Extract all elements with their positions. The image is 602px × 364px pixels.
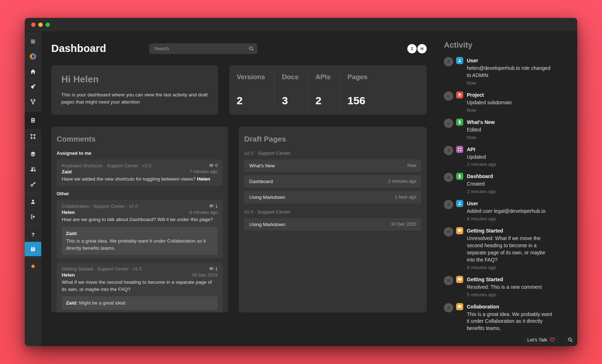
- user-icon: [456, 200, 463, 207]
- file-icon: [456, 119, 463, 126]
- comment-icon: [456, 303, 463, 310]
- sidebar-item-favorites[interactable]: ★: [25, 259, 41, 274]
- reply-author: Zaid:: [66, 300, 77, 306]
- activity-item-title: Dashboard: [467, 173, 552, 180]
- sidebar-item-launch[interactable]: [25, 79, 41, 94]
- comment-card[interactable]: Keyboard Shortcuts · Support Center · v2…: [57, 159, 223, 186]
- sidebar-item-versions[interactable]: [25, 94, 41, 109]
- activity-item-time: 2 minutes ago: [467, 189, 552, 194]
- comment-meta: Getting Started · Support Center · v1.0: [62, 266, 142, 272]
- activity-item[interactable]: Z Collaboration This is a great idea. We…: [444, 303, 563, 332]
- sidebar-item-access[interactable]: [25, 177, 41, 192]
- draft-page-row[interactable]: Using Markdown 30 Dec 2020: [244, 218, 421, 231]
- stat-versions: Versions 2: [229, 72, 274, 107]
- reply-body: Might be a great idea!: [77, 300, 125, 306]
- star-icon: ★: [30, 263, 36, 269]
- draft-page-time: 1 hour ago: [395, 195, 416, 200]
- draft-page-row[interactable]: What's New Now: [244, 159, 421, 172]
- comment-meta: Keyboard Shortcuts · Support Center · v2…: [62, 163, 151, 168]
- draft-page-title: What's New: [249, 163, 275, 168]
- activity-item-body: Added user legal@developerhub.io: [467, 208, 552, 215]
- activity-item-time: 4 minutes ago: [467, 216, 552, 221]
- sidebar-item-account[interactable]: [25, 194, 41, 209]
- activity-item[interactable]: H Getting Started Unresolved: What if we…: [444, 227, 563, 270]
- rocket-icon: [30, 84, 36, 90]
- minimize-button[interactable]: [38, 23, 43, 27]
- draft-pages-card: Draft Pages v2.0 · Support Center What's…: [239, 127, 427, 312]
- sidebar-item-project[interactable]: [25, 147, 41, 162]
- stat-label: APIs: [316, 73, 331, 81]
- draft-page-row[interactable]: Dashboard 2 minutes ago: [244, 175, 421, 188]
- activity-item-title: User: [467, 57, 552, 64]
- close-button[interactable]: [31, 23, 35, 27]
- activity-item[interactable]: Z User helen@developerhub.io role change…: [444, 57, 563, 86]
- comment-bubble-icon: [209, 267, 214, 271]
- activity-item-title: Getting Started: [467, 276, 552, 283]
- window-titlebar: [25, 18, 577, 32]
- user-icon: [456, 57, 463, 64]
- app-window: ? ★ Dashboard Z H: [25, 18, 577, 346]
- activity-item[interactable]: L Project Updated subdomain Now: [444, 91, 563, 113]
- sidebar-divider: [25, 225, 41, 226]
- sidebar-divider: [25, 193, 41, 193]
- zoom-button[interactable]: [46, 23, 50, 27]
- comment-icon: [456, 227, 463, 234]
- comment-body: Have we added the new shortcuts for togg…: [62, 176, 218, 183]
- activity-item-title: Getting Started: [467, 227, 552, 234]
- avatar: Z: [444, 200, 453, 209]
- floating-search-button[interactable]: [565, 335, 575, 344]
- layers-icon: [30, 151, 36, 157]
- comment-count: 1: [215, 267, 218, 272]
- comment-author: Helen: [62, 272, 75, 278]
- avatar[interactable]: H: [417, 44, 427, 53]
- comment-card[interactable]: Collaboration · Support Center · v2.0 1 …: [57, 200, 223, 258]
- avatar[interactable]: Z: [407, 44, 417, 53]
- comment-author: Helen: [62, 210, 75, 215]
- avatar: Z: [444, 57, 453, 66]
- sidebar-item-sign-out[interactable]: [25, 209, 41, 224]
- search-icon: [568, 337, 573, 343]
- draft-group-label: v2.0 · Support Center: [244, 150, 421, 156]
- reply-body: This is a great idea. We probably want i…: [66, 238, 206, 251]
- draft-page-time: 2 minutes ago: [388, 179, 416, 184]
- sidebar-item-docs-active[interactable]: [25, 112, 41, 129]
- stat-value: 2: [237, 95, 265, 107]
- lets-talk-button[interactable]: Let's Talk: [523, 335, 559, 344]
- sidebar-item-menu[interactable]: [25, 34, 41, 49]
- activity-item-title: API: [467, 146, 552, 153]
- layers-icon: [456, 91, 463, 99]
- avatar: Z: [444, 173, 453, 182]
- activity-item-body: Created: [467, 181, 552, 188]
- activity-item-body: This is a great idea. We probably want i…: [467, 311, 552, 332]
- draft-page-title: Using Markdown: [249, 195, 285, 200]
- activity-item[interactable]: H Getting Started Resolved: This is a ne…: [444, 276, 563, 297]
- sidebar-item-help[interactable]: ?: [25, 227, 41, 242]
- sidebar-item-whats-new-active[interactable]: [25, 242, 41, 256]
- comment-body: How are we going to talk about Dashboard…: [62, 216, 218, 223]
- activity-item[interactable]: Z User Added user legal@developerhub.io …: [444, 200, 563, 221]
- comment-card[interactable]: Getting Started · Support Center · v1.0 …: [57, 263, 223, 312]
- sidebar-item-home[interactable]: [25, 64, 41, 79]
- sidebar-item-logo[interactable]: [25, 49, 41, 64]
- activity-item-body: Updated subdomain: [467, 99, 552, 106]
- comment-time: 08 Dec 2019: [192, 273, 218, 278]
- draft-page-row[interactable]: Using Markdown 1 hour ago: [244, 191, 421, 203]
- sidebar-item-api[interactable]: [25, 129, 41, 144]
- activity-item[interactable]: Z API Updated 2 minutes ago: [444, 146, 563, 167]
- team-icon: [30, 166, 36, 172]
- comments-title: Comments: [57, 135, 223, 143]
- sidebar-divider: [25, 110, 41, 111]
- activity-item[interactable]: Z Dashboard Created 2 minutes ago: [444, 173, 563, 194]
- sign-out-icon: [30, 214, 36, 220]
- comment-bubble-icon: [209, 204, 214, 209]
- activity-item-title: Project: [467, 91, 552, 99]
- search-input[interactable]: [153, 46, 248, 52]
- sidebar-item-team[interactable]: [25, 162, 41, 177]
- stats-card: Versions 2 Docs 3 APIs 2 Pages 156: [229, 65, 427, 115]
- sidebar-divider: [25, 257, 41, 258]
- activity-item-time: Now: [467, 107, 552, 113]
- activity-item[interactable]: L What's New Edited Now: [444, 119, 563, 140]
- comment-count: 1: [215, 204, 218, 209]
- activity-item-title: Collaboration: [467, 303, 552, 310]
- avatar: H: [444, 227, 453, 236]
